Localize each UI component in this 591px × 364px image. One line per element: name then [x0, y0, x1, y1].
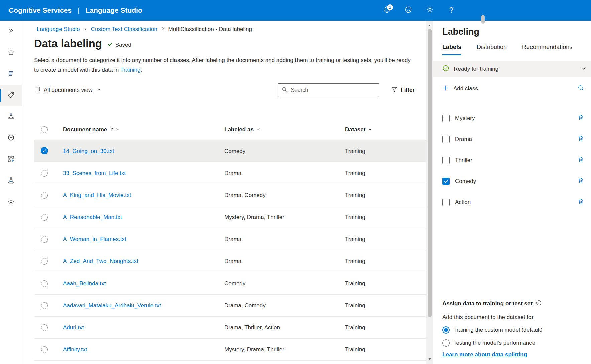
delete-class-button[interactable]	[577, 198, 584, 206]
labeled-as-cell: Mystery, Drama, Thriller	[224, 346, 345, 353]
training-status-expander[interactable]: Ready for training	[433, 61, 591, 77]
document-link[interactable]: Aduri.txt	[63, 324, 84, 331]
row-radio[interactable]	[41, 324, 48, 331]
chevron-right-icon	[83, 26, 88, 33]
search-classes-button[interactable]	[578, 85, 584, 93]
search-icon	[578, 85, 584, 93]
documents-view-icon	[34, 86, 41, 95]
class-checkbox[interactable]	[442, 178, 450, 185]
chevron-right-icon	[161, 26, 165, 33]
document-link[interactable]: Affinity.txt	[63, 346, 87, 353]
sidebar-item-testing[interactable]	[0, 170, 22, 192]
brand-language-studio[interactable]: Language Studio	[85, 6, 142, 14]
search-input[interactable]	[291, 87, 375, 93]
learn-more-link[interactable]: Learn more about data splitting	[442, 351, 527, 358]
table-row[interactable]: A_Reasonable_Man.txtMystery, Drama, Thri…	[34, 206, 426, 228]
breadcrumb-custom-text-classification[interactable]: Custom Text Classification	[91, 26, 157, 33]
scrollbar-thumb[interactable]	[428, 29, 432, 317]
document-link[interactable]: 33_Scenes_from_Life.txt	[63, 170, 126, 177]
class-checkbox[interactable]	[442, 115, 450, 122]
dataset-cell: Training	[345, 324, 426, 331]
row-radio[interactable]	[41, 302, 48, 309]
breadcrumb-language-studio[interactable]: Language Studio	[37, 26, 80, 33]
documents-view-dropdown[interactable]: All documents view	[34, 86, 101, 95]
tag-icon	[7, 91, 15, 100]
assign-subtitle: Add this document to the dataset for	[442, 314, 584, 321]
chevron-down-icon[interactable]	[368, 127, 372, 133]
search-box[interactable]	[278, 83, 379, 97]
delete-class-button[interactable]	[577, 177, 584, 185]
tab-labels[interactable]: Labels	[442, 44, 461, 55]
document-link[interactable]: Aaah_Belinda.txt	[63, 280, 106, 287]
scroll-up-arrow-icon[interactable]	[428, 23, 431, 29]
info-icon[interactable]	[536, 300, 542, 308]
list-icon	[7, 70, 15, 78]
training-link[interactable]: Training	[120, 67, 141, 73]
delete-class-button[interactable]	[577, 135, 584, 143]
row-radio[interactable]	[41, 236, 48, 243]
document-link[interactable]: A_King_and_His_Movie.txt	[63, 192, 131, 199]
beaker-icon	[7, 177, 15, 185]
document-link[interactable]: A_Woman_in_Flames.txt	[63, 236, 126, 243]
chevron-down-icon[interactable]	[256, 127, 260, 133]
table-row[interactable]: Affinity.txtMystery, Drama, ThrillerTrai…	[34, 339, 426, 361]
row-radio-selected[interactable]	[41, 147, 48, 156]
sidebar-item-data-labeling[interactable]	[0, 85, 22, 106]
sidebar-item-model-performance[interactable]	[0, 128, 22, 149]
scroll-down-arrow-icon[interactable]	[428, 356, 431, 362]
row-radio[interactable]	[41, 192, 48, 199]
table-row[interactable]: 14_Going_on_30.txtComedyTraining	[34, 140, 426, 162]
table-row[interactable]: A_Zed_And_Two_Noughts.txtDramaTraining	[34, 250, 426, 272]
sidebar-item-deployment[interactable]	[0, 149, 22, 170]
radio-option-training[interactable]: Training the custom model (default)	[442, 326, 584, 334]
page-title: Data labeling	[34, 37, 102, 50]
main-scrollbar[interactable]	[426, 21, 433, 364]
table-row[interactable]: A_King_and_His_Movie.txtDrama, ComedyTra…	[34, 184, 426, 206]
chevron-down-icon[interactable]	[116, 127, 120, 133]
document-link[interactable]: A_Reasonable_Man.txt	[63, 214, 122, 221]
table-row[interactable]: Aduri.txtDrama, Thriller, ActionTraining	[34, 317, 426, 339]
filter-button[interactable]: Filter	[391, 86, 415, 95]
document-link[interactable]: A_Zed_And_Two_Noughts.txt	[63, 258, 138, 265]
row-radio[interactable]	[41, 214, 48, 221]
radio-option-testing[interactable]: Testing the model's performance	[442, 339, 584, 347]
class-checkbox[interactable]	[442, 157, 450, 164]
settings-button[interactable]	[423, 4, 437, 17]
table-row[interactable]: Aadavari_Matalaku_Ardhalu_Verule.txtDram…	[34, 295, 426, 317]
table-row[interactable]: A_Woman_in_Flames.txtDramaTraining	[34, 228, 426, 250]
delete-class-button[interactable]	[577, 114, 584, 122]
column-header-labeled-as[interactable]: Labeled as	[224, 126, 254, 133]
table-row[interactable]: Aaah_Belinda.txtComedyTraining	[34, 272, 426, 295]
column-header-dataset[interactable]: Dataset	[345, 126, 365, 133]
table-header: Document name Labeled as Dataset	[34, 119, 426, 140]
sidebar-item-training-jobs[interactable]	[0, 106, 22, 128]
brand-cognitive-services[interactable]: Cognitive Services	[9, 6, 72, 14]
feedback-button[interactable]	[402, 4, 415, 17]
row-radio[interactable]	[41, 170, 48, 177]
tab-distribution[interactable]: Distribution	[477, 44, 507, 55]
row-radio[interactable]	[41, 280, 48, 287]
document-link[interactable]: Aadavari_Matalaku_Ardhalu_Verule.txt	[63, 302, 161, 309]
help-button[interactable]: ?	[445, 4, 458, 17]
notifications-button[interactable]: 1	[380, 4, 394, 17]
expand-sidebar-button[interactable]	[0, 21, 22, 42]
column-header-document-name[interactable]: Document name	[63, 126, 107, 133]
gear-icon	[426, 6, 434, 15]
sort-ascending-icon[interactable]	[110, 127, 114, 133]
radio-control[interactable]	[442, 326, 450, 334]
radio-control[interactable]	[442, 339, 450, 347]
document-link[interactable]: 14_Going_on_30.txt	[63, 148, 114, 155]
class-checkbox[interactable]	[442, 136, 450, 143]
select-all-radio[interactable]	[41, 126, 48, 133]
sidebar-item-project-settings[interactable]	[0, 192, 22, 213]
labeled-as-cell: Drama, Thriller, Action	[224, 324, 345, 331]
tab-recommendations[interactable]: Recommendations	[522, 44, 572, 55]
class-checkbox[interactable]	[442, 199, 450, 206]
sidebar-item-home[interactable]	[0, 42, 22, 63]
sidebar-item-projects[interactable]	[0, 63, 22, 85]
row-radio[interactable]	[41, 258, 48, 265]
add-class-button[interactable]: Add class	[442, 85, 478, 93]
delete-class-button[interactable]	[577, 156, 584, 164]
table-row[interactable]: 33_Scenes_from_Life.txtDramaTraining	[34, 162, 426, 184]
row-radio[interactable]	[41, 346, 48, 353]
